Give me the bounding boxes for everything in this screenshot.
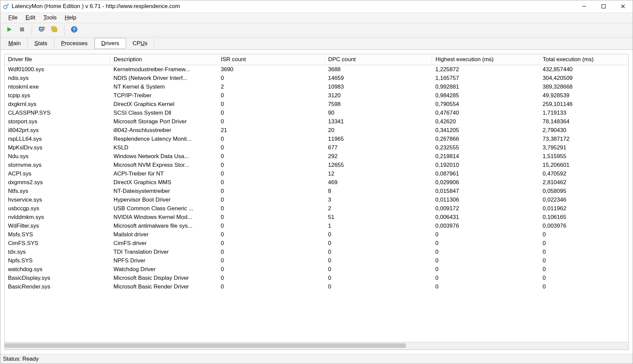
status-text: Status: Ready [3,356,39,362]
maximize-button[interactable] [594,0,613,12]
cell-isr-count: 21 [218,126,325,135]
cell-highest-execution: 0,790554 [432,100,539,109]
table-row[interactable]: CLASSPNP.SYSSCSI Class System Dll0900,47… [5,109,628,117]
minimize-button[interactable] [575,0,594,12]
scrollbar-thumb[interactable] [5,343,406,348]
table-row[interactable]: ndis.sysNDIS (Network Driver Interf...01… [5,74,628,83]
cell-total-execution: 0 [539,265,629,274]
tab-stats[interactable]: Stats [28,38,54,49]
cell-highest-execution: 0,003976 [432,222,539,230]
table-row[interactable]: ACPI.sysACPI-Treiber für NT0120,0879610,… [5,169,628,178]
close-button[interactable] [613,0,633,12]
table-row[interactable]: WdFilter.sysMicrosoft antimalware file s… [5,222,628,230]
cell-total-execution: 0,058095 [539,187,629,196]
table-row[interactable]: ntoskrnl.exeNT Kernel & System2109830,99… [5,83,628,91]
col-highest-execution[interactable]: Highest execution (ms) [432,54,539,65]
table-row[interactable]: BasicRender.sysMicrosoft Basic Render Dr… [5,282,628,291]
cell-driver-file: usbccgp.sys [5,204,110,213]
cell-isr-count: 0 [218,248,325,256]
cell-description: DirectX Graphics Kernel [110,100,218,109]
table-row[interactable]: CimFS.SYSCimFS driver00000xFF [5,239,628,248]
cell-description: Windows Network Data Usa... [110,152,218,161]
driver-table-scroll[interactable]: Driver file Description ISR count DPC co… [5,54,628,342]
toolbar-separator [32,25,32,35]
table-row[interactable]: BasicDisplay.sysMicrosoft Basic Display … [5,274,628,282]
svg-marker-6 [7,27,12,32]
tab-processes[interactable]: Processes [54,38,95,49]
cell-total-execution: 1,515955 [539,152,629,161]
stop-icon [19,26,25,34]
col-driver-file[interactable]: Driver file [5,54,110,65]
table-row[interactable]: Npfs.SYSNPFS Driver00000xFF [5,256,628,265]
table-row[interactable]: hvservice.sysHypervisor Boot Driver030,0… [5,196,628,204]
tab-main[interactable]: Main [2,38,28,49]
menu-file[interactable]: File [4,13,21,22]
table-row[interactable]: dxgmms2.sysDirectX Graphics MMS04690,029… [5,178,628,187]
col-dpc-count[interactable]: DPC count [325,54,432,65]
table-row[interactable]: Wdf01000.sysKernelmodustreiber-Framew...… [5,65,628,74]
menu-help[interactable]: Help [60,13,80,22]
cell-total-execution: 432,857440 [539,65,629,74]
cell-driver-file: dxgmms2.sys [5,178,110,187]
cell-dpc-count: 12655 [325,161,432,169]
cpu-button[interactable] [49,24,60,36]
cell-highest-execution: 0,219814 [432,152,539,161]
table-row[interactable]: tcpip.sysTCP/IP-Treiber031200,98428549,9… [5,91,628,100]
cell-highest-execution: 1,165757 [432,74,539,83]
table-row[interactable]: i8042prt.sysi8042-Anschlusstreiber21200,… [5,126,628,135]
cell-total-execution: 0 [539,282,629,291]
tab-drivers[interactable]: Drivers [95,38,126,49]
table-row[interactable]: dxgkrnl.sysDirectX Graphics Kernel075980… [5,100,628,109]
table-row[interactable]: storport.sysMicrosoft Storage Port Drive… [5,117,628,126]
col-total-execution[interactable]: Total execution (ms) [539,54,629,65]
cell-isr-count: 0 [218,152,325,161]
help-button[interactable]: ? [69,24,80,36]
cell-highest-execution: 1,225872 [432,65,539,74]
stop-button[interactable] [16,24,28,36]
titlebar: LatencyMon (Home Edition ) v 6.71 - http… [0,0,633,13]
cell-driver-file: WdFilter.sys [5,222,110,230]
cell-description: NVIDIA Windows Kernel Mod... [110,213,218,222]
menu-tools[interactable]: Tools [39,13,61,22]
cell-driver-file: hvservice.sys [5,196,110,204]
col-isr-count[interactable]: ISR count [218,54,325,65]
tab-cpus[interactable]: CPUs [126,38,154,49]
cell-description: Microsoft NVM Express Stor... [110,161,218,169]
table-row[interactable]: watchdog.sysWatchdog Driver00000xFF [5,265,628,274]
cell-isr-count: 0 [218,265,325,274]
computer-button[interactable] [36,24,47,36]
cell-driver-file: Npfs.SYS [5,256,110,265]
cell-highest-execution: 0,087961 [432,169,539,178]
table-row[interactable]: MpKslDrv.sysKSLD06770,2325553,7952910xFF [5,143,628,152]
cell-driver-file: Msfs.SYS [5,230,110,239]
table-row[interactable]: Msfs.SYSMailslot driver00000xFF [5,230,628,239]
menu-edit-rest: dit [29,14,35,21]
table-row[interactable]: Ntfs.sysNT-Dateisystemtreiber080,0158470… [5,187,628,196]
cell-isr-count: 0 [218,91,325,100]
table-row[interactable]: nvlddmkm.sysNVIDIA Windows Kernel Mod...… [5,213,628,222]
cpu-icon [51,26,58,35]
cell-isr-count: 0 [218,143,325,152]
cell-isr-count: 0 [218,230,325,239]
col-description[interactable]: Description [110,54,218,65]
menu-edit[interactable]: Edit [21,13,39,22]
app-icon [3,3,9,9]
table-row[interactable]: usbccgp.sysUSB Common Class Generic ...0… [5,204,628,213]
table-row[interactable]: stornvme.sysMicrosoft NVM Express Stor..… [5,161,628,169]
cell-description: i8042-Anschlusstreiber [110,126,218,135]
cell-description: Kernelmodustreiber-Framew... [110,65,218,74]
cell-driver-file: ACPI.sys [5,169,110,178]
cell-description: TCP/IP-Treiber [110,91,218,100]
table-row[interactable]: tdx.sysTDI Translation Driver00000xFF [5,248,628,256]
menu-help-rest: elp [69,14,77,21]
cell-driver-file: Wdf01000.sys [5,65,110,74]
table-row[interactable]: rspLLL64.sysResplendence Latency Monit..… [5,135,628,143]
cell-highest-execution: 0,267866 [432,135,539,143]
play-button[interactable] [4,24,15,36]
cell-total-execution: 0 [539,239,629,248]
horizontal-scrollbar[interactable] [5,342,628,350]
table-row[interactable]: Ndu.sysWindows Network Data Usa...02920,… [5,152,628,161]
cell-driver-file: Ndu.sys [5,152,110,161]
cell-highest-execution: 0 [432,230,539,239]
cell-isr-count: 0 [218,178,325,187]
